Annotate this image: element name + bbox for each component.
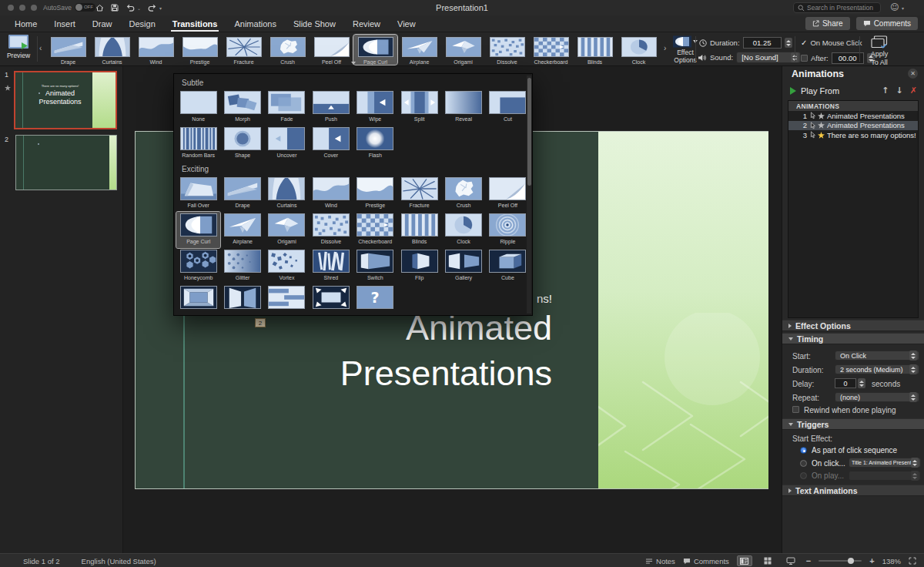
share-button[interactable]: Share [805, 17, 850, 30]
popup-scrollbar[interactable] [527, 75, 531, 314]
ribbon-transition-page-curl[interactable]: Page Curl [353, 35, 397, 65]
gallery-scroll-left-icon[interactable]: ‹ [39, 44, 42, 52]
zoom-percentage[interactable]: 138% [882, 557, 901, 565]
undo-icon[interactable] [126, 4, 135, 12]
gallery-transition-shred[interactable]: Shred [309, 248, 353, 284]
play-from-button[interactable]: Play From [790, 86, 839, 96]
gallery-transition-shape[interactable]: Shape [220, 126, 264, 162]
ribbon-transition-dissolve[interactable]: Dissolve [485, 35, 529, 65]
gallery-transition-switch[interactable]: Switch [353, 248, 397, 284]
redo-icon[interactable] [148, 4, 157, 12]
delete-animation-icon[interactable]: ✗ [910, 86, 917, 96]
gallery-transition-glitter[interactable]: Glitter [220, 248, 264, 284]
zoom-slider[interactable] [819, 560, 862, 562]
gallery-transition-blinds[interactable]: Blinds [397, 212, 441, 248]
gallery-transition-none[interactable]: None [176, 89, 220, 126]
on-click-target-dropdown[interactable]: Title 1: Animated Presentations [849, 458, 921, 468]
delay-stepper[interactable] [858, 378, 865, 388]
gallery-transition-reveal[interactable]: Reveal [441, 89, 485, 126]
gallery-transition-random-bars[interactable]: Random Bars [176, 126, 220, 162]
ribbon-transition-prestige[interactable]: Prestige [178, 35, 222, 65]
ribbon-transition-clock[interactable]: Clock [617, 35, 661, 65]
slide-sorter-view-button[interactable] [760, 555, 775, 566]
gallery-transition-wind[interactable]: Wind [309, 176, 353, 212]
gallery-transition-honeycomb[interactable]: Honeycomb [176, 248, 220, 284]
save-icon[interactable] [111, 4, 119, 12]
fit-slide-button[interactable] [909, 557, 916, 565]
slide-2-thumbnail[interactable] [15, 135, 117, 190]
tab-review[interactable]: Review [344, 15, 389, 32]
gallery-transition-wipe[interactable]: Wipe [353, 89, 397, 126]
gallery-transition-drape[interactable]: Drape [220, 176, 264, 212]
animation-item-1[interactable]: 1Animated Presentations [788, 111, 918, 121]
tab-draw[interactable]: Draw [84, 15, 121, 32]
search-input[interactable]: Search in Presentation [793, 2, 881, 13]
gallery-transition-clock[interactable]: Clock [441, 212, 485, 248]
undo-menu-caret-icon[interactable]: ⌄ [137, 5, 141, 11]
minimize-window-button[interactable] [19, 5, 25, 11]
section-timing[interactable]: Timing [782, 333, 924, 344]
zoom-out-button[interactable]: − [806, 556, 811, 565]
zoom-in-button[interactable]: + [869, 556, 874, 565]
move-animation-up-icon[interactable]: ↑ [882, 86, 889, 96]
gallery-transition-morph[interactable]: Morph [220, 89, 264, 126]
tab-design[interactable]: Design [121, 15, 164, 32]
gallery-transition-zoom[interactable] [309, 284, 353, 316]
duration-field[interactable]: 01.25 [743, 37, 782, 49]
gallery-transition-uncover[interactable]: Uncover [265, 126, 309, 162]
gallery-transition-checkerboard[interactable]: Checkerboard [353, 212, 397, 248]
pane-close-icon[interactable]: ✕ [908, 69, 918, 79]
gallery-scroll-right-icon[interactable]: › [664, 44, 666, 52]
language-indicator[interactable]: English (United States) [82, 557, 156, 565]
gallery-transition-split[interactable]: Split [397, 89, 441, 126]
home-icon[interactable] [95, 4, 104, 12]
slide-title-text[interactable]: Animated Presentations [340, 306, 552, 396]
rewind-checkbox[interactable] [792, 406, 799, 413]
gallery-transition-comb[interactable] [265, 284, 309, 316]
radio-on-click[interactable] [800, 460, 807, 467]
gallery-transition-ripple[interactable]: Ripple [486, 212, 530, 248]
gallery-transition-page-curl[interactable]: Page Curl [176, 212, 220, 248]
sound-dropdown[interactable]: [No Sound] [736, 52, 801, 63]
move-animation-down-icon[interactable]: ↓ [896, 86, 903, 96]
gallery-transition-box[interactable] [176, 284, 220, 316]
animation-item-2[interactable]: 2Animated Presentations [788, 121, 918, 131]
gallery-transition-crush[interactable]: Crush [441, 176, 485, 212]
ribbon-transition-peel-off[interactable]: Peel Off [310, 35, 353, 65]
section-text-animations[interactable]: Text Animations [782, 485, 924, 496]
ribbon-transition-checkerboard[interactable]: Checkerboard [529, 35, 573, 65]
gallery-transition-fall-over[interactable]: Fall Over [176, 176, 220, 212]
repeat-dropdown[interactable]: (none) [835, 392, 919, 402]
gallery-transition-flash[interactable]: Flash [353, 126, 397, 162]
gallery-transition-airplane[interactable]: Airplane [220, 212, 264, 248]
tab-animations[interactable]: Animations [226, 15, 284, 32]
normal-view-button[interactable] [737, 555, 752, 566]
gallery-transition-dissolve[interactable]: Dissolve [309, 212, 353, 248]
tab-home[interactable]: Home [6, 15, 45, 32]
notes-toggle-button[interactable]: Notes [645, 557, 675, 565]
gallery-transition-fade[interactable]: Fade [265, 89, 309, 126]
gallery-transition-fracture[interactable]: Fracture [397, 176, 441, 212]
zoom-slider-thumb[interactable] [848, 558, 854, 564]
gallery-transition-random[interactable]: ? [353, 284, 397, 316]
on-mouse-click-checkbox[interactable]: ✓ [801, 39, 807, 47]
ribbon-transition-airplane[interactable]: Airplane [397, 35, 441, 65]
gallery-transition-peel-off[interactable]: Peel Off [486, 176, 530, 212]
slide-1-thumbnail[interactable]: There are so many options! Animated Pres… [14, 71, 117, 129]
preview-button[interactable]: Preview [3, 35, 34, 59]
gallery-transition-push[interactable]: Push [309, 89, 353, 126]
start-dropdown[interactable]: On Click [835, 351, 919, 361]
after-checkbox[interactable] [801, 55, 808, 62]
duration-dropdown[interactable]: 2 seconds (Medium) [835, 364, 919, 374]
ribbon-transition-crush[interactable]: Crush [266, 35, 310, 65]
tab-view[interactable]: View [389, 15, 424, 32]
gallery-transition-cut[interactable]: Cut [486, 89, 530, 126]
duration-stepper[interactable] [785, 38, 792, 48]
comments-toggle-button[interactable]: Comments [683, 557, 729, 565]
zoom-window-button[interactable] [31, 5, 37, 11]
ribbon-transition-origami[interactable]: Origami [441, 35, 485, 65]
gallery-transition-prestige[interactable]: Prestige [353, 176, 397, 212]
ribbon-transition-curtains[interactable]: Curtains [90, 35, 134, 65]
autosave-toggle[interactable]: AutoSave OFF [43, 3, 95, 12]
gallery-transition-gallery[interactable]: Gallery [441, 248, 485, 284]
